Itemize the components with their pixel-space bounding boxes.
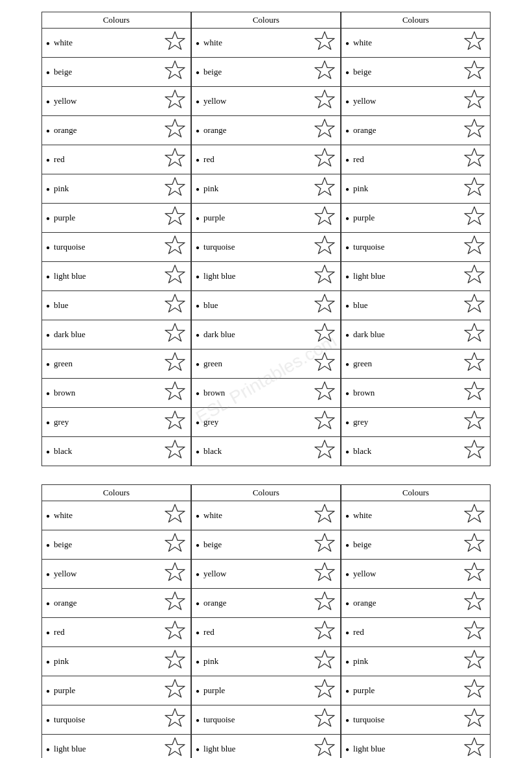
star-icon: [313, 678, 336, 704]
color-label: white: [353, 38, 372, 48]
star-icon: [313, 117, 336, 143]
color-label: red: [203, 627, 214, 637]
svg-marker-34: [465, 148, 484, 166]
color-label: turquoise: [353, 715, 384, 725]
star-icon: [163, 176, 187, 202]
table-header: Colours: [192, 12, 341, 29]
table-row: ●green: [341, 349, 491, 379]
table-row: ●grey: [192, 408, 341, 437]
star-icon: [463, 532, 486, 558]
star-icon: [163, 59, 187, 85]
table-row: ●green: [192, 349, 341, 379]
color-label: orange: [54, 598, 76, 608]
table-row: ●orange: [42, 116, 191, 145]
table-row: ●light blue: [341, 735, 491, 759]
color-label: pink: [54, 184, 69, 194]
bullet-icon: ●: [345, 600, 349, 607]
svg-marker-75: [465, 504, 484, 522]
svg-marker-47: [165, 563, 185, 580]
color-label: light blue: [203, 271, 235, 281]
bullet-icon: ●: [345, 69, 349, 76]
star-icon: [313, 561, 336, 587]
table-row: ●orange: [42, 589, 191, 618]
svg-marker-9: [165, 294, 185, 312]
star-icon: [313, 263, 336, 289]
table-row: ●yellow: [42, 560, 191, 589]
table-row: ●black: [42, 437, 191, 466]
bullet-icon: ●: [46, 687, 50, 694]
star-icon: [463, 503, 486, 528]
svg-marker-79: [465, 621, 484, 639]
color-label: turquoise: [203, 715, 235, 725]
svg-marker-83: [465, 738, 484, 755]
bullet-icon: ●: [345, 331, 349, 338]
bullet-icon: ●: [46, 273, 50, 280]
star-icon: [163, 409, 187, 435]
bullet-icon: ●: [196, 40, 200, 47]
svg-marker-45: [165, 504, 185, 522]
color-label: light blue: [54, 271, 86, 281]
star-icon: [163, 30, 187, 56]
color-label: grey: [54, 417, 69, 427]
star-icon: [163, 322, 187, 348]
svg-marker-63: [315, 592, 334, 610]
color-label: beige: [203, 539, 222, 550]
svg-marker-68: [315, 738, 334, 755]
svg-marker-43: [465, 411, 484, 429]
svg-marker-52: [165, 709, 185, 726]
color-label: grey: [203, 417, 218, 427]
svg-marker-18: [315, 119, 334, 137]
color-label: pink: [203, 184, 218, 194]
bullet-icon: ●: [196, 156, 200, 163]
table-row: ●orange: [341, 589, 491, 618]
color-label: beige: [203, 67, 222, 77]
color-label: turquoise: [54, 715, 85, 725]
color-label: green: [54, 359, 73, 369]
svg-marker-49: [165, 621, 185, 639]
table-row: ●pink: [341, 174, 491, 204]
table-row: ●dark blue: [42, 320, 191, 349]
table-row: ●yellow: [192, 560, 341, 589]
svg-marker-38: [465, 265, 484, 283]
table-row: ●pink: [192, 174, 341, 204]
svg-marker-32: [465, 90, 484, 108]
color-label: black: [203, 446, 222, 456]
table-row: ●red: [192, 145, 341, 174]
svg-marker-30: [465, 32, 484, 49]
svg-marker-77: [465, 563, 484, 580]
table-header: Colours: [42, 485, 191, 501]
table-row: ●beige: [192, 530, 341, 560]
svg-marker-39: [465, 294, 484, 312]
color-label: orange: [54, 125, 76, 136]
star-icon: [313, 59, 336, 85]
bullet-icon: ●: [345, 658, 349, 665]
star-icon: [163, 263, 187, 289]
star-icon: [313, 205, 336, 231]
bullet-icon: ●: [345, 156, 349, 163]
star-icon: [463, 117, 486, 143]
svg-marker-24: [315, 294, 334, 312]
svg-marker-29: [315, 440, 334, 458]
table-row: ●blue: [341, 291, 491, 320]
bullet-icon: ●: [46, 448, 50, 455]
color-label: white: [54, 38, 73, 48]
star-icon: [163, 561, 187, 587]
color-label: black: [54, 446, 72, 456]
star-icon: [313, 176, 336, 202]
color-label: orange: [353, 598, 376, 608]
star-icon: [163, 707, 187, 733]
star-icon: [163, 619, 187, 645]
table-row: ●purple: [192, 204, 341, 233]
bullet-icon: ●: [46, 746, 50, 753]
table-row: ●purple: [341, 676, 491, 705]
bullet-icon: ●: [196, 541, 200, 549]
svg-marker-41: [465, 353, 484, 370]
table-row: ●purple: [42, 204, 191, 233]
bullet-icon: ●: [345, 448, 349, 455]
color-label: blue: [54, 300, 68, 311]
table-header: Colours: [341, 485, 491, 501]
star-icon: [463, 736, 486, 758]
star-icon: [313, 380, 336, 406]
color-label: dark blue: [353, 329, 385, 340]
bullet-icon: ●: [345, 571, 349, 578]
